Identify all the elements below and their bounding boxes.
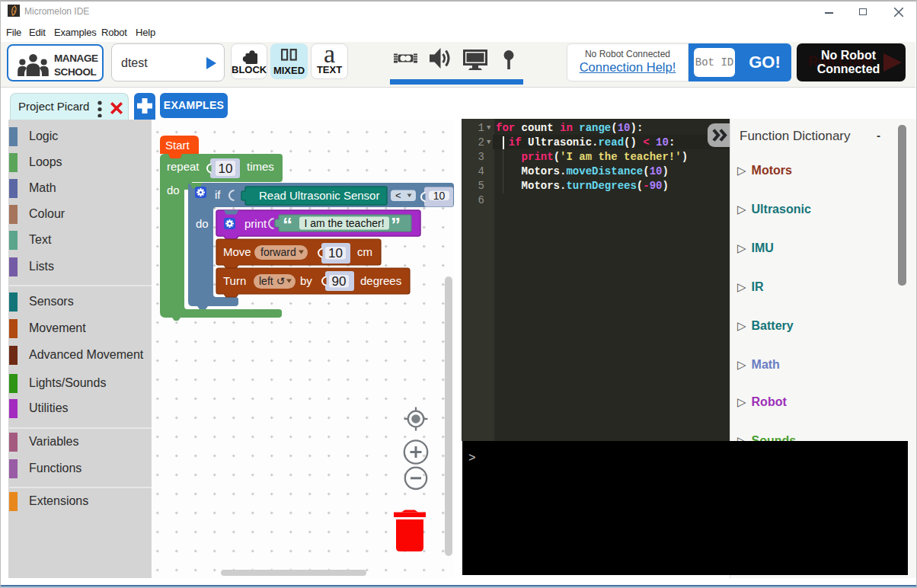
svg-text:10: 10: [219, 161, 233, 176]
svg-text:“: “: [283, 213, 292, 236]
svg-text:times: times: [247, 160, 274, 173]
svg-text:by: by: [300, 274, 312, 287]
svg-text:cm: cm: [357, 245, 372, 258]
svg-text:left ↺: left ↺: [259, 275, 285, 287]
svg-text:repeat: repeat: [167, 160, 200, 173]
svg-text:degrees: degrees: [360, 274, 401, 287]
svg-text:10: 10: [433, 190, 446, 202]
svg-text:Turn: Turn: [223, 274, 246, 287]
svg-text:Start: Start: [165, 139, 190, 152]
svg-text:print: print: [244, 217, 267, 230]
svg-text:Read Ultrasonic Sensor: Read Ultrasonic Sensor: [259, 189, 379, 202]
svg-text:10: 10: [328, 246, 343, 260]
svg-text:I am the teacher!: I am the teacher!: [304, 217, 384, 229]
svg-text:”: ”: [391, 213, 401, 236]
svg-text:do: do: [167, 184, 180, 197]
svg-text:do: do: [196, 217, 209, 230]
svg-text:<: <: [395, 190, 401, 201]
svg-text:90: 90: [332, 274, 347, 289]
svg-text:forward: forward: [260, 246, 296, 258]
svg-text:if: if: [215, 188, 221, 201]
svg-text:Move: Move: [223, 245, 251, 258]
